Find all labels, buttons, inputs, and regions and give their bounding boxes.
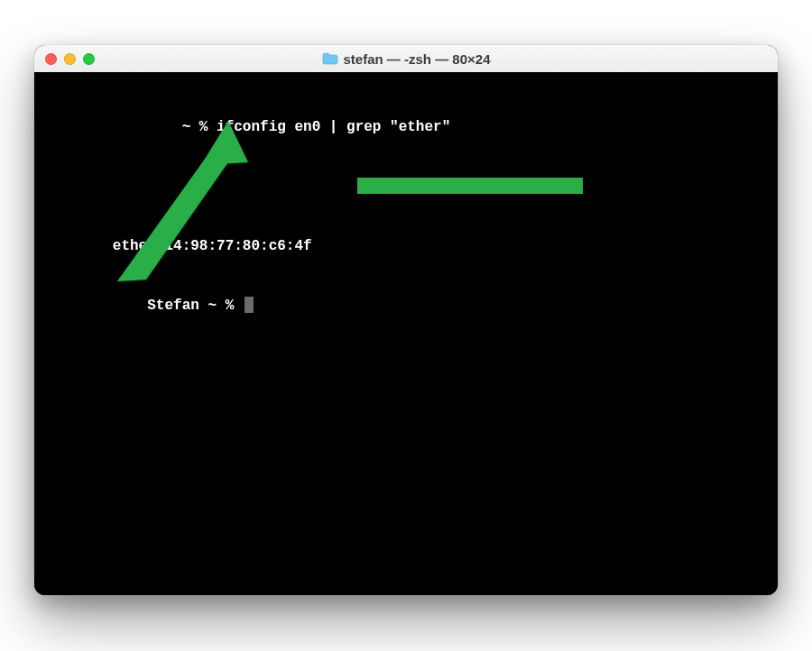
window-controls <box>34 53 95 65</box>
zoom-icon[interactable] <box>83 53 95 65</box>
terminal-window: stefan — -zsh — 80×24 ~ % ifconfig en0 |… <box>34 45 778 595</box>
cursor-icon <box>245 297 254 313</box>
close-icon[interactable] <box>45 53 57 65</box>
terminal-body[interactable]: ~ % ifconfig en0 | grep "ether" ether 14… <box>34 72 778 595</box>
terminal-line-redaction <box>34 177 778 197</box>
output-text: ether 14:98:77:80:c6:4f <box>113 238 312 254</box>
redaction-bar <box>357 178 583 194</box>
prompt-symbol: ~ % <box>208 298 242 314</box>
terminal-line-2: ether 14:98:77:80:c6:4f <box>34 236 778 256</box>
prompt-user: Stefan <box>147 298 208 314</box>
window-title: stefan — -zsh — 80×24 <box>34 51 778 67</box>
terminal-line-1: ~ % ifconfig en0 | grep "ether" <box>34 117 778 137</box>
minimize-icon[interactable] <box>64 53 76 65</box>
command-text: ifconfig en0 | grep "ether" <box>217 119 450 135</box>
terminal-line-3: Stefan ~ % <box>34 296 778 316</box>
window-title-text: stefan — -zsh — 80×24 <box>344 51 491 67</box>
folder-icon <box>322 52 338 65</box>
prompt-symbol: ~ % <box>182 119 217 135</box>
indent <box>43 119 182 135</box>
indent <box>43 238 113 254</box>
window-titlebar[interactable]: stefan — -zsh — 80×24 <box>34 45 778 73</box>
indent <box>43 298 147 314</box>
